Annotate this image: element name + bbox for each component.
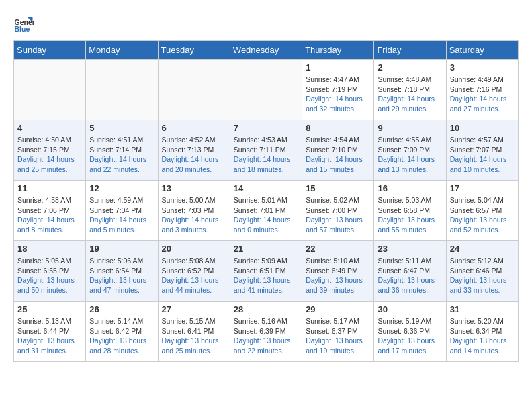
calendar-cell: 16Sunrise: 5:03 AMSunset: 6:58 PMDayligh… <box>374 181 446 241</box>
sunrise-text: Sunrise: 5:20 AM <box>450 317 504 325</box>
page-header: General Blue <box>13 13 519 34</box>
calendar-cell: 11Sunrise: 4:58 AMSunset: 7:06 PMDayligh… <box>14 181 86 241</box>
calendar-cell: 7Sunrise: 4:53 AMSunset: 7:11 PMDaylight… <box>230 120 302 181</box>
day-number: 13 <box>162 183 226 193</box>
day-number: 6 <box>162 123 226 133</box>
day-info: Sunrise: 5:17 AMSunset: 6:37 PMDaylight:… <box>306 316 370 356</box>
weekday-header-friday: Friday <box>374 41 446 60</box>
calendar-cell: 4Sunrise: 4:50 AMSunset: 7:15 PMDaylight… <box>14 120 86 181</box>
sunrise-text: Sunrise: 4:51 AM <box>89 136 143 144</box>
sunrise-text: Sunrise: 4:54 AM <box>306 136 359 144</box>
sunset-text: Sunset: 6:42 PM <box>89 327 142 335</box>
day-info: Sunrise: 5:00 AMSunset: 7:03 PMDaylight:… <box>162 195 226 235</box>
day-info: Sunrise: 4:58 AMSunset: 7:06 PMDaylight:… <box>17 195 82 235</box>
sunrise-text: Sunrise: 5:13 AM <box>17 317 71 325</box>
sunrise-text: Sunrise: 4:52 AM <box>162 136 216 144</box>
day-number: 30 <box>378 304 442 314</box>
day-number: 1 <box>306 62 370 73</box>
day-info: Sunrise: 4:55 AMSunset: 7:09 PMDaylight:… <box>378 135 442 175</box>
day-info: Sunrise: 5:13 AMSunset: 6:44 PMDaylight:… <box>17 316 82 356</box>
sunset-text: Sunset: 7:06 PM <box>17 206 70 214</box>
daylight-text: Daylight: 13 hours and 47 minutes. <box>89 276 146 294</box>
calendar-cell: 20Sunrise: 5:08 AMSunset: 6:52 PMDayligh… <box>158 241 230 302</box>
sunrise-text: Sunrise: 5:09 AM <box>234 257 287 265</box>
calendar-cell: 13Sunrise: 5:00 AMSunset: 7:03 PMDayligh… <box>158 181 230 241</box>
day-number: 25 <box>17 304 82 314</box>
day-number: 19 <box>89 244 154 254</box>
daylight-text: Daylight: 14 hours and 3 minutes. <box>162 216 219 234</box>
day-info: Sunrise: 4:49 AMSunset: 7:16 PMDaylight:… <box>450 75 515 114</box>
calendar-cell: 21Sunrise: 5:09 AMSunset: 6:51 PMDayligh… <box>230 241 302 302</box>
calendar-cell: 29Sunrise: 5:17 AMSunset: 6:37 PMDayligh… <box>302 302 374 362</box>
sunrise-text: Sunrise: 5:15 AM <box>162 317 216 325</box>
calendar-cell: 15Sunrise: 5:02 AMSunset: 7:00 PMDayligh… <box>302 181 374 241</box>
daylight-text: Daylight: 13 hours and 28 minutes. <box>89 336 146 355</box>
weekday-header-tuesday: Tuesday <box>158 41 230 60</box>
day-info: Sunrise: 5:14 AMSunset: 6:42 PMDaylight:… <box>89 316 154 356</box>
sunrise-text: Sunrise: 5:16 AM <box>234 317 287 325</box>
calendar-cell: 23Sunrise: 5:11 AMSunset: 6:47 PMDayligh… <box>374 241 446 302</box>
day-number: 3 <box>450 62 515 73</box>
weekday-header-wednesday: Wednesday <box>230 41 302 60</box>
day-info: Sunrise: 5:05 AMSunset: 6:55 PMDaylight:… <box>17 256 82 295</box>
day-number: 24 <box>450 244 515 254</box>
day-number: 16 <box>378 183 442 193</box>
sunset-text: Sunset: 6:52 PM <box>162 267 214 275</box>
sunset-text: Sunset: 6:51 PM <box>234 267 286 275</box>
daylight-text: Daylight: 13 hours and 19 minutes. <box>306 336 363 355</box>
sunrise-text: Sunrise: 4:48 AM <box>378 75 431 83</box>
calendar-cell: 5Sunrise: 4:51 AMSunset: 7:14 PMDaylight… <box>86 120 158 181</box>
day-info: Sunrise: 4:51 AMSunset: 7:14 PMDaylight:… <box>89 135 154 175</box>
sunset-text: Sunset: 6:37 PM <box>306 327 358 335</box>
sunrise-text: Sunrise: 5:04 AM <box>450 196 504 204</box>
daylight-text: Daylight: 14 hours and 8 minutes. <box>17 216 75 234</box>
calendar-cell <box>158 60 230 120</box>
day-info: Sunrise: 5:15 AMSunset: 6:41 PMDaylight:… <box>162 316 226 356</box>
daylight-text: Daylight: 14 hours and 32 minutes. <box>306 95 363 113</box>
day-number: 2 <box>378 62 442 73</box>
day-number: 31 <box>450 304 515 314</box>
sunset-text: Sunset: 6:39 PM <box>234 327 286 335</box>
day-number: 23 <box>378 244 442 254</box>
daylight-text: Daylight: 13 hours and 17 minutes. <box>378 336 435 355</box>
sunrise-text: Sunrise: 4:53 AM <box>234 136 287 144</box>
daylight-text: Daylight: 13 hours and 41 minutes. <box>234 276 291 294</box>
weekday-header-thursday: Thursday <box>302 41 374 60</box>
sunrise-text: Sunrise: 5:00 AM <box>162 196 216 204</box>
day-info: Sunrise: 4:54 AMSunset: 7:10 PMDaylight:… <box>306 135 370 175</box>
sunset-text: Sunset: 7:13 PM <box>162 146 214 154</box>
sunrise-text: Sunrise: 5:03 AM <box>378 196 431 204</box>
calendar-cell: 9Sunrise: 4:55 AMSunset: 7:09 PMDaylight… <box>374 120 446 181</box>
calendar-cell: 8Sunrise: 4:54 AMSunset: 7:10 PMDaylight… <box>302 120 374 181</box>
sunset-text: Sunset: 6:46 PM <box>450 267 502 275</box>
day-number: 11 <box>17 183 82 193</box>
calendar-cell: 1Sunrise: 4:47 AMSunset: 7:19 PMDaylight… <box>302 60 374 120</box>
daylight-text: Daylight: 13 hours and 33 minutes. <box>450 276 507 294</box>
sunset-text: Sunset: 7:01 PM <box>234 206 286 214</box>
day-info: Sunrise: 5:09 AMSunset: 6:51 PMDaylight:… <box>234 256 298 295</box>
sunset-text: Sunset: 6:49 PM <box>306 267 358 275</box>
calendar-cell <box>230 60 302 120</box>
day-number: 28 <box>234 304 298 314</box>
sunset-text: Sunset: 6:58 PM <box>378 206 430 214</box>
daylight-text: Daylight: 14 hours and 15 minutes. <box>306 155 363 173</box>
calendar-week-row: 11Sunrise: 4:58 AMSunset: 7:06 PMDayligh… <box>14 181 519 241</box>
sunrise-text: Sunrise: 5:08 AM <box>162 257 216 265</box>
calendar-cell: 14Sunrise: 5:01 AMSunset: 7:01 PMDayligh… <box>230 181 302 241</box>
calendar-cell: 30Sunrise: 5:19 AMSunset: 6:36 PMDayligh… <box>374 302 446 362</box>
sunrise-text: Sunrise: 4:59 AM <box>89 196 143 204</box>
daylight-text: Daylight: 13 hours and 31 minutes. <box>17 336 75 355</box>
calendar-cell <box>14 60 86 120</box>
weekday-header-sunday: Sunday <box>14 41 86 60</box>
sunrise-text: Sunrise: 5:14 AM <box>89 317 143 325</box>
sunset-text: Sunset: 7:10 PM <box>306 146 358 154</box>
day-number: 4 <box>17 123 82 133</box>
sunrise-text: Sunrise: 5:06 AM <box>89 257 143 265</box>
calendar-cell: 12Sunrise: 4:59 AMSunset: 7:04 PMDayligh… <box>86 181 158 241</box>
calendar-cell: 28Sunrise: 5:16 AMSunset: 6:39 PMDayligh… <box>230 302 302 362</box>
sunset-text: Sunset: 7:03 PM <box>162 206 214 214</box>
day-number: 14 <box>234 183 298 193</box>
day-info: Sunrise: 5:06 AMSunset: 6:54 PMDaylight:… <box>89 256 154 295</box>
sunset-text: Sunset: 6:57 PM <box>450 206 502 214</box>
sunset-text: Sunset: 7:00 PM <box>306 206 358 214</box>
